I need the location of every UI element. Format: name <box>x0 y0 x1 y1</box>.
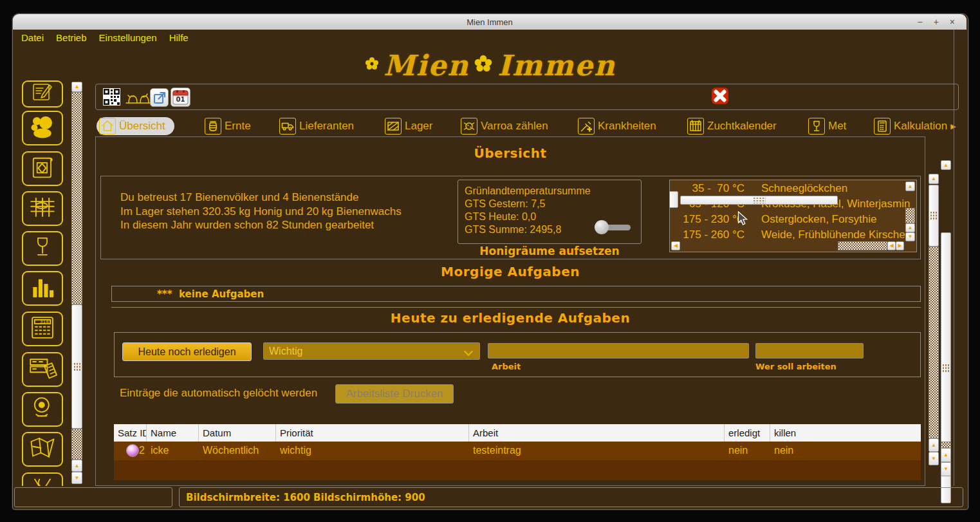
menu-hilfe[interactable]: Hilfe <box>169 31 189 44</box>
sidebar-item-tools[interactable] <box>22 472 63 486</box>
content-scrollbar-track[interactable] <box>929 247 939 438</box>
summary-text: Du betreust 17 Bienenvölker und 4 Bienen… <box>120 191 402 232</box>
sidebar-scrollbar-track[interactable] <box>71 92 82 304</box>
do-today-button[interactable]: Heute noch erledigen <box>122 342 252 361</box>
menu-betrieb[interactable]: Betrieb <box>56 31 87 44</box>
column-header[interactable]: Datum <box>199 424 276 442</box>
tab-label: Zuchtkalender <box>707 120 777 133</box>
inventory-book-icon <box>28 155 57 182</box>
window-scroll-up-button[interactable] <box>941 448 951 462</box>
temp-range: 175 - 230 °C <box>675 213 744 228</box>
divider <box>111 307 921 308</box>
window-scrollbar-track[interactable] <box>941 442 951 448</box>
plants-scroll-right-button[interactable] <box>896 241 904 250</box>
sidebar-scroll-up-button[interactable] <box>71 82 82 92</box>
tomorrow-task-list[interactable]: *** keine Aufgaben <box>111 286 921 302</box>
who-input[interactable] <box>755 343 864 359</box>
sidebar-item-wine[interactable] <box>22 231 63 266</box>
svg-text:01: 01 <box>176 96 185 103</box>
plants-scroll-left-button[interactable] <box>887 241 896 250</box>
skep-hives-icon[interactable] <box>125 91 152 107</box>
cell-erledigt: nein <box>725 442 770 460</box>
tab-lieferanten[interactable]: Lieferanten <box>279 117 354 135</box>
tab-lager[interactable]: Lager <box>385 117 432 135</box>
sidebar-item-bees[interactable] <box>22 111 63 145</box>
menu-einstellungen[interactable]: Einstellungen <box>99 31 157 44</box>
table-row[interactable]: 2 icke Wöchentlich wichtig testeintrag n… <box>114 442 921 460</box>
content-scroll-up-button[interactable] <box>929 174 939 184</box>
plants-hscrollbar-thumb[interactable] <box>680 196 838 205</box>
plants-scroll-up-button[interactable] <box>905 182 915 191</box>
sidebar-item-calculator[interactable]: 314 <box>22 312 63 346</box>
tab-met[interactable]: Met <box>808 117 846 135</box>
plants-scroll-down-button[interactable] <box>905 232 915 241</box>
priority-select[interactable]: Wichtig <box>263 342 480 360</box>
scrollbar-grip <box>930 211 938 220</box>
map-icon <box>28 435 57 463</box>
column-header[interactable]: Name <box>147 424 199 442</box>
sidebar-item-notes[interactable] <box>22 80 63 107</box>
radio-orb-icon[interactable] <box>126 444 139 457</box>
tab-label: Lager <box>405 120 432 133</box>
sidebar-item-honeycomb[interactable] <box>22 191 63 226</box>
open-external-icon[interactable] <box>150 88 169 107</box>
column-header[interactable]: Satz ID <box>114 424 147 442</box>
sidebar-item-stats[interactable] <box>22 271 63 306</box>
content-scrollbar-thumb[interactable] <box>929 185 939 247</box>
qr-code-icon[interactable] <box>103 88 120 108</box>
flower-icon <box>473 53 494 77</box>
tab-zuchtkalender[interactable]: Zuchtkalender <box>687 117 777 135</box>
plants-hscrollbar-track[interactable] <box>838 241 887 250</box>
plants-scrollbar-thumb[interactable] <box>905 208 915 223</box>
work-input[interactable] <box>488 343 749 359</box>
close-button[interactable]: × <box>950 17 955 27</box>
minimize-button[interactable]: − <box>917 17 922 27</box>
truck-icon <box>279 118 296 135</box>
plants-scroll-left-button[interactable] <box>671 241 680 250</box>
screen-info-text: Bildschirmbreite: 1600 Bildschirmhöhe: 9… <box>186 492 425 503</box>
honeycomb-bee-icon <box>28 195 57 222</box>
plants-scroll-up-button[interactable] <box>905 223 915 232</box>
column-header[interactable]: erledigt <box>725 424 770 442</box>
plants-scrollbar-track[interactable] <box>669 191 678 208</box>
app-logo: Mien Immen <box>0 48 980 82</box>
chevron-down-icon <box>464 347 473 356</box>
toggle-knob[interactable] <box>595 220 609 234</box>
sidebar-scroll-down-button[interactable] <box>71 472 82 484</box>
print-worklist-button[interactable]: Arbeitsliste Drucken <box>335 384 454 404</box>
sidebar-item-hives[interactable] <box>22 352 63 387</box>
auto-delete-note: Einträge die automatisch gelöcht werden <box>120 387 317 400</box>
cell-satz-id: 2 <box>139 445 145 456</box>
window-scroll-up-button[interactable] <box>941 160 951 170</box>
gts-toggle[interactable] <box>595 220 632 234</box>
goblet-icon <box>808 118 825 135</box>
calc-icon <box>874 118 891 135</box>
column-header[interactable]: Arbeit <box>469 424 725 442</box>
sidebar-item-map[interactable] <box>22 432 63 467</box>
who-label: Wer soll arbeiten <box>755 362 837 371</box>
plants-row[interactable]: 175 - 230 °COsterglocken, Forsythie <box>675 213 877 228</box>
menu-datei[interactable]: Datei <box>21 31 44 44</box>
close-red-icon[interactable] <box>711 87 729 107</box>
plants-temperature-list[interactable]: 35 - 70 °CSchneeglöckchen 65 - 120 °CKro… <box>669 180 917 252</box>
sidebar-item-webcam[interactable] <box>22 392 63 427</box>
maximize-button[interactable]: + <box>934 17 939 27</box>
tab-uebersicht[interactable]: Übersicht <box>97 117 174 135</box>
sidebar-scrollbar-thumb[interactable] <box>71 304 82 429</box>
calculator-icon: 314 <box>28 315 57 343</box>
tab-varroa[interactable]: Varroa zählen <box>461 117 548 135</box>
tab-kalkulation[interactable]: Kalkulation ▶ <box>874 117 956 135</box>
sidebar-scroll-up-button[interactable] <box>71 460 82 472</box>
column-header[interactable]: killen <box>770 424 921 442</box>
window-scroll-down-button[interactable] <box>941 462 951 476</box>
sidebar-scrollbar-track[interactable] <box>71 429 82 460</box>
tab-ernte[interactable]: Ernte <box>205 117 251 135</box>
date-icon[interactable]: 01 <box>171 88 190 107</box>
sidebar-item-inventory-book[interactable] <box>22 151 63 186</box>
content-scroll-down-button[interactable] <box>929 452 939 465</box>
column-header[interactable]: Priorität <box>276 424 469 442</box>
storage-icon <box>385 118 402 135</box>
tab-krankheiten[interactable]: Krankheiten <box>578 117 656 135</box>
content-scroll-up-button[interactable] <box>929 438 939 452</box>
tab-label: Übersicht <box>119 120 165 133</box>
